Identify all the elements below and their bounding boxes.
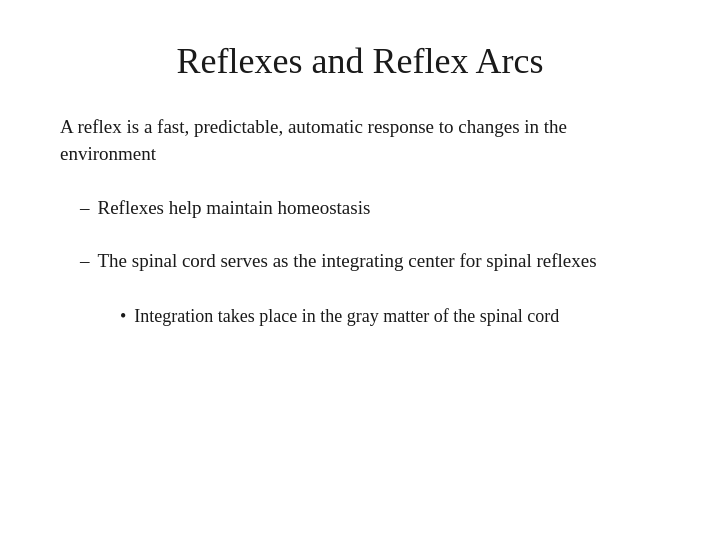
sub-bullet-text-1: Integration takes place in the gray matt… (134, 304, 660, 329)
bullet-item-2: – The spinal cord serves as the integrat… (60, 248, 660, 275)
bullet-text-2: The spinal cord serves as the integratin… (98, 248, 597, 275)
sub-bullet-item-1: • Integration takes place in the gray ma… (60, 304, 660, 329)
bullet-text-1: Reflexes help maintain homeostasis (98, 195, 371, 222)
slide-container: Reflexes and Reflex Arcs A reflex is a f… (0, 0, 720, 540)
dash-icon-1: – (80, 195, 90, 222)
bullet-item-1: – Reflexes help maintain homeostasis (60, 195, 660, 222)
slide-title: Reflexes and Reflex Arcs (60, 40, 660, 82)
dot-icon-1: • (120, 304, 126, 329)
intro-paragraph: A reflex is a fast, predictable, automat… (60, 114, 660, 167)
dash-icon-2: – (80, 248, 90, 275)
